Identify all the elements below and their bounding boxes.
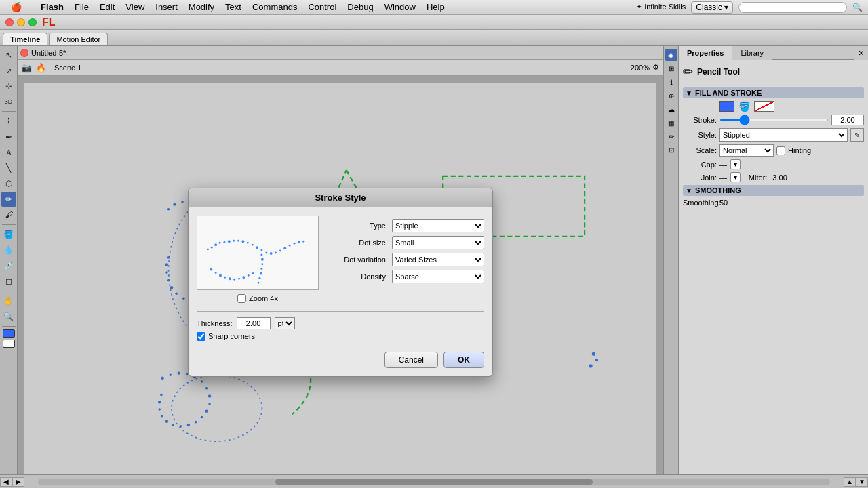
menu-debug[interactable]: Debug [342, 1, 378, 14]
menu-modify[interactable]: Modify [183, 1, 220, 14]
color-row: 🪣 [683, 101, 864, 112]
menu-file[interactable]: File [69, 1, 94, 14]
density-select[interactable]: Sparse Very Dense Dense Normal Very Spar… [392, 270, 484, 283]
panel-tab-properties[interactable]: Properties [679, 46, 732, 60]
horizontal-scrollbar-thumb[interactable] [275, 479, 592, 485]
tool-brush[interactable]: 🖌 [1, 207, 16, 222]
stroke-value-input[interactable] [831, 115, 864, 125]
dot-variation-select[interactable]: Varied Sizes One Size Slight Variation R… [392, 253, 484, 266]
paint-bucket-icon[interactable]: 🪣 [737, 101, 751, 112]
join-dropdown[interactable]: ▾ [730, 172, 741, 182]
tool-zoom[interactable]: 🔍 [1, 309, 16, 324]
thickness-input[interactable] [237, 317, 271, 329]
menu-commands[interactable]: Commands [247, 1, 302, 14]
svg-point-101 [252, 272, 254, 274]
scene-label[interactable]: Scene 1 [50, 63, 85, 73]
minimize-button[interactable] [17, 18, 25, 26]
search-icon[interactable]: 🔍 [852, 3, 863, 12]
stroke-slider[interactable] [719, 119, 829, 121]
tool-3d[interactable]: 3D [1, 94, 16, 109]
search-input[interactable] [738, 2, 847, 13]
menu-flash[interactable]: Flash [35, 1, 69, 14]
scroll-up-btn[interactable]: ▲ [844, 477, 856, 487]
scale-select[interactable]: Normal [719, 144, 774, 157]
tool-hand[interactable]: ✋ [1, 293, 16, 308]
strip-icon-5[interactable]: ☁ [665, 103, 677, 115]
type-select[interactable]: Stipple Solid Dashed Dotted Ragged Hatch… [392, 219, 484, 232]
hinting-checkbox[interactable] [776, 146, 785, 155]
ok-button[interactable]: OK [443, 352, 484, 368]
svg-point-93 [215, 271, 217, 273]
classic-label: Classic [696, 3, 722, 12]
dot-variation-row: Dot variation: Varied Sizes One Size Sli… [327, 253, 484, 266]
document-tab[interactable]: Untitled-5* [31, 49, 66, 57]
apple-menu[interactable]: 🍎 [5, 1, 27, 14]
camera-icon: 📷 [22, 63, 32, 73]
color-fill[interactable] [3, 329, 15, 338]
tab-timeline[interactable]: Timeline [3, 33, 47, 45]
tool-select[interactable]: ↖ [1, 47, 16, 62]
color-stroke[interactable] [3, 340, 15, 348]
tool-line[interactable]: ╲ [1, 161, 16, 176]
tab-motion-editor[interactable]: Motion Editor [49, 33, 108, 45]
tool-shape[interactable]: ⬡ [1, 176, 16, 191]
svg-point-67 [223, 241, 225, 243]
close-button[interactable] [5, 18, 14, 26]
tool-lasso[interactable]: ⌇ [1, 114, 16, 129]
cap-dropdown[interactable]: ▾ [730, 159, 741, 169]
infinite-skills-logo: ✦ Infinite Skills [636, 3, 686, 12]
style-edit-button[interactable]: ✎ [850, 128, 864, 142]
menu-text[interactable]: Text [220, 1, 247, 14]
horizontal-scrollbar-track[interactable] [38, 479, 830, 485]
classic-dropdown[interactable]: Classic ▾ [691, 1, 733, 14]
tool-subselect[interactable]: ↗ [1, 63, 16, 78]
tool-text[interactable]: Ａ [1, 145, 16, 160]
menu-help[interactable]: Help [421, 1, 450, 14]
panel-tab-library[interactable]: Library [732, 46, 772, 60]
menu-view[interactable]: View [120, 1, 150, 14]
strip-icon-1[interactable]: ◉ [665, 49, 677, 61]
document-close-btn[interactable] [20, 49, 28, 57]
strip-icon-4[interactable]: ⊕ [665, 89, 677, 102]
strip-icon-2[interactable]: ⊞ [665, 62, 677, 75]
svg-point-68 [228, 240, 231, 243]
menu-bar: 🍎 Flash File Edit View Insert Modify Tex… [0, 0, 868, 15]
canvas-area: Untitled-5* 📷 🔥 Scene 1 200% ⚙ [18, 46, 663, 474]
strip-icon-7[interactable]: ✏ [665, 130, 677, 142]
menu-insert[interactable]: Insert [150, 1, 183, 14]
scroll-down-btn[interactable]: ▼ [856, 477, 868, 487]
strip-icon-6[interactable]: ▦ [665, 117, 677, 129]
style-select[interactable]: Stippled Solid Dashed Dotted Ragged Hatc… [719, 128, 848, 142]
canvas-toolbar: 📷 🔥 Scene 1 200% ⚙ [18, 60, 663, 76]
strip-icon-8[interactable]: ⊡ [665, 144, 677, 156]
fill-stroke-section-header[interactable]: ▼ FILL AND STROKE [683, 87, 864, 98]
fill-color-swatch[interactable] [719, 101, 734, 112]
zoom-options-icon[interactable]: ⚙ [652, 63, 659, 72]
maximize-button[interactable] [28, 18, 37, 26]
tool-eraser[interactable]: ◻ [1, 274, 16, 289]
zoom-value: 200% [631, 64, 650, 72]
tool-pen[interactable]: ✒ [1, 129, 16, 144]
panel-close-icon[interactable]: × [854, 46, 868, 60]
scroll-right-btn[interactable]: ▶ [12, 477, 24, 487]
cap-row: Cap: —| ▾ [683, 159, 864, 169]
menu-edit[interactable]: Edit [94, 1, 120, 14]
tool-free-transform[interactable]: ⊹ [1, 79, 16, 94]
smoothing-section-header[interactable]: ▼ SMOOTHING [683, 185, 864, 196]
tool-paint-bucket[interactable]: 🪣 [1, 227, 16, 242]
tool-ink-bucket[interactable]: 💧 [1, 243, 16, 258]
cancel-button[interactable]: Cancel [384, 352, 438, 368]
sharp-corners-checkbox[interactable] [197, 332, 205, 341]
stroke-row: Stroke: [683, 115, 864, 125]
thickness-unit-select[interactable]: pts [275, 317, 295, 329]
tool-pencil[interactable]: ✏ [1, 192, 16, 207]
menu-window[interactable]: Window [379, 1, 421, 14]
zoom-4x-checkbox[interactable] [237, 294, 246, 303]
scroll-left-btn[interactable]: ◀ [0, 477, 12, 487]
dot-size-select[interactable]: Small Tiny Medium Large [392, 236, 484, 249]
strip-icon-3[interactable]: ℹ [665, 76, 677, 88]
tool-eyedropper[interactable]: 💉 [1, 258, 16, 273]
no-stroke-icon[interactable] [754, 101, 774, 112]
svg-point-89 [260, 272, 262, 274]
menu-control[interactable]: Control [302, 1, 342, 14]
